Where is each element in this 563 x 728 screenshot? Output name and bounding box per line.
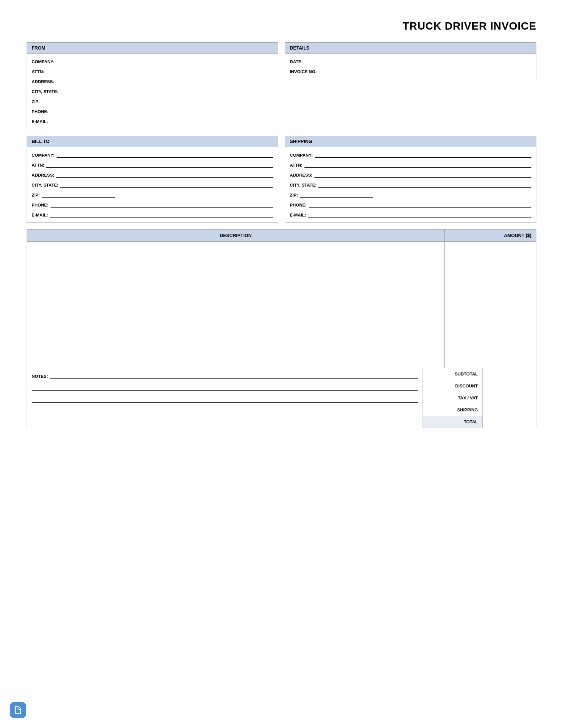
notes-input-2[interactable]: [32, 385, 418, 391]
details-date-label: DATE:: [290, 59, 303, 64]
details-section: DETAILS DATE: INVOICE NO.: [285, 42, 536, 129]
bill-phone-input[interactable]: [51, 202, 273, 208]
bill-address-row: ADDRESS:: [32, 172, 273, 178]
bill-email-label: E-MAIL:: [32, 213, 48, 218]
bill-city-label: CITY, STATE:: [32, 183, 58, 188]
middle-section: BILL TO COMPANY: ATTN: ADDRESS: CITY, ST…: [27, 136, 536, 222]
from-phone-input[interactable]: [51, 108, 273, 114]
from-header: FROM: [27, 42, 278, 53]
ship-city-input[interactable]: [319, 182, 531, 188]
notes-label: NOTES:: [32, 374, 48, 379]
tax-value[interactable]: [483, 392, 536, 404]
tax-label: TAX / VAT: [423, 392, 483, 404]
total-label: TOTAL: [423, 416, 483, 428]
discount-row: DISCOUNT: [423, 380, 536, 392]
ship-city-label: CITY, STATE:: [290, 183, 317, 188]
bill-email-input[interactable]: [50, 212, 273, 218]
from-body: COMPANY: ATTN: ADDRESS: CITY, STATE: ZIP…: [27, 53, 278, 129]
ship-email-row: E-MAIL:: [290, 212, 531, 218]
description-column-header: DESCRIPTION: [27, 229, 445, 242]
from-zip-input[interactable]: [42, 98, 115, 104]
bill-phone-row: PHONE:: [32, 202, 273, 208]
shipping-total-row: SHIPPING: [423, 404, 536, 416]
ship-attn-label: ATTN:: [290, 163, 303, 168]
notes-input-1[interactable]: [50, 373, 418, 379]
bill-attn-label: ATTN:: [32, 163, 44, 168]
from-attn-label: ATTN:: [32, 69, 44, 74]
ship-company-input[interactable]: [315, 152, 531, 158]
details-date-row: DATE:: [290, 58, 531, 64]
ship-address-input[interactable]: [315, 172, 531, 178]
from-address-row: ADDRESS:: [32, 78, 273, 84]
description-table: DESCRIPTION AMOUNT ($): [27, 229, 536, 368]
description-cell[interactable]: [27, 242, 445, 368]
from-email-input[interactable]: [50, 118, 273, 124]
total-row: TOTAL: [423, 416, 536, 428]
bill-attn-input[interactable]: [46, 162, 273, 168]
from-company-input[interactable]: [57, 58, 273, 64]
from-city-input[interactable]: [60, 88, 273, 94]
bill-to-body: COMPANY: ATTN: ADDRESS: CITY, STATE: ZIP…: [27, 147, 278, 222]
from-zip-label: ZIP:: [32, 99, 40, 104]
notes-section: NOTES:: [27, 368, 423, 428]
from-attn-input[interactable]: [46, 68, 273, 74]
tax-row: TAX / VAT: [423, 392, 536, 404]
from-address-label: ADDRESS:: [32, 79, 54, 84]
shipping-total-value[interactable]: [483, 404, 536, 416]
subtotal-label: SUBTOTAL: [423, 368, 483, 380]
bill-city-row: CITY, STATE:: [32, 182, 273, 188]
from-company-label: COMPANY:: [32, 59, 55, 64]
ship-email-input[interactable]: [308, 212, 531, 218]
from-attn-row: ATTN:: [32, 68, 273, 74]
ship-zip-row: ZIP:: [290, 192, 531, 198]
app-icon: [10, 702, 26, 718]
from-city-row: CITY, STATE:: [32, 88, 273, 94]
bill-zip-label: ZIP:: [32, 193, 40, 198]
bill-email-row: E-MAIL:: [32, 212, 273, 218]
totals-section: SUBTOTAL DISCOUNT TAX / VAT SHIPPING TOT…: [423, 368, 536, 428]
ship-zip-label: ZIP:: [290, 193, 298, 198]
ship-city-row: CITY, STATE:: [290, 182, 531, 188]
from-address-input[interactable]: [56, 78, 273, 84]
ship-zip-input[interactable]: [300, 192, 373, 198]
details-invoice-input[interactable]: [319, 68, 531, 74]
discount-label: DISCOUNT: [423, 380, 483, 392]
shipping-section: SHIPPING COMPANY: ATTN: ADDRESS: CITY, S…: [285, 136, 536, 222]
details-body: DATE: INVOICE NO.: [285, 53, 536, 79]
table-row: [27, 242, 536, 368]
ship-phone-row: PHONE:: [290, 202, 531, 208]
from-phone-label: PHONE:: [32, 109, 49, 114]
ship-attn-input[interactable]: [305, 162, 531, 168]
ship-email-label: E-MAIL:: [290, 213, 306, 218]
bill-address-input[interactable]: [56, 172, 273, 178]
details-invoice-label: INVOICE NO.: [290, 69, 317, 74]
ship-address-label: ADDRESS:: [290, 173, 313, 178]
details-header: DETAILS: [285, 42, 536, 53]
from-zip-row: ZIP:: [32, 98, 273, 104]
bottom-section: NOTES: SUBTOTAL DISCOUNT TAX / VAT SHIPP…: [27, 368, 536, 428]
from-phone-row: PHONE:: [32, 108, 273, 114]
bill-city-input[interactable]: [60, 182, 273, 188]
bill-to-header: BILL TO: [27, 136, 278, 147]
from-email-label: E-MAIL:: [32, 119, 48, 124]
amount-cell[interactable]: [445, 242, 536, 368]
discount-value[interactable]: [483, 380, 536, 392]
bill-to-section: BILL TO COMPANY: ATTN: ADDRESS: CITY, ST…: [27, 136, 278, 222]
total-value[interactable]: [483, 416, 536, 428]
top-section: FROM COMPANY: ATTN: ADDRESS: CITY, STATE…: [27, 42, 536, 129]
ship-phone-input[interactable]: [309, 202, 531, 208]
details-date-input[interactable]: [305, 58, 531, 64]
details-invoice-row: INVOICE NO.: [290, 68, 531, 74]
bill-phone-label: PHONE:: [32, 203, 49, 208]
bill-company-row: COMPANY:: [32, 152, 273, 158]
shipping-header: SHIPPING: [285, 136, 536, 147]
subtotal-value[interactable]: [483, 368, 536, 380]
shipping-total-label: SHIPPING: [423, 404, 483, 416]
bill-company-input[interactable]: [57, 152, 273, 158]
bill-attn-row: ATTN:: [32, 162, 273, 168]
notes-input-3[interactable]: [32, 397, 418, 403]
ship-phone-label: PHONE:: [290, 203, 307, 208]
bill-zip-input[interactable]: [42, 192, 115, 198]
from-company-row: COMPANY:: [32, 58, 273, 64]
app-icon-svg: [13, 705, 23, 715]
